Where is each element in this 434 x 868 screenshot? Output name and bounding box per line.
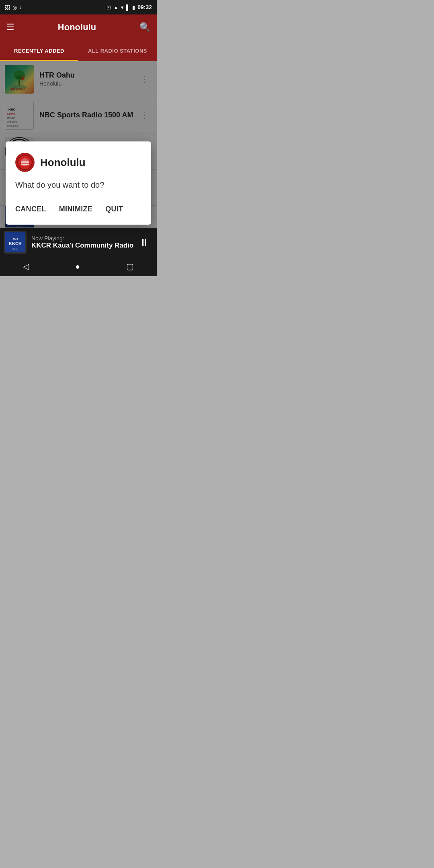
now-playing-bar: 90.9 KKCR KAUAI Now Playing: KKCR Kaua'i… <box>0 228 157 257</box>
status-bar: 🖼 ◎ ♪ ⊡ ▲ ▾ ▌ ▮ 09:32 <box>0 0 157 14</box>
home-button[interactable]: ● <box>75 262 80 271</box>
dialog-message: What do you want to do? <box>15 179 141 190</box>
now-playing-logo: 90.9 KKCR KAUAI <box>4 231 27 254</box>
back-button[interactable]: ◁ <box>23 262 29 271</box>
svg-rect-30 <box>21 162 29 163</box>
status-right-icons: ⊡ ▲ ▾ ▌ ▮ 09:32 <box>106 4 152 10</box>
dialog-title: Honolulu <box>40 156 86 169</box>
pause-button[interactable]: ⏸ <box>136 233 153 252</box>
svg-text:90.9: 90.9 <box>12 238 18 241</box>
status-left-icons: 🖼 ◎ ♪ <box>5 4 22 10</box>
camera-icon: ◎ <box>12 4 17 10</box>
cast-icon: ⊡ <box>106 4 111 10</box>
cellular-icon: ▌ <box>126 4 130 10</box>
music-icon: ♪ <box>19 4 22 10</box>
battery-icon: ▮ <box>132 4 135 10</box>
svg-rect-31 <box>21 164 29 165</box>
search-icon[interactable]: 🔍 <box>139 22 150 33</box>
signal-icon: ▲ <box>113 4 119 10</box>
app-title: Honolulu <box>58 22 96 33</box>
now-playing-name: KKCR Kaua'i Community Radio <box>31 242 136 250</box>
minimize-button[interactable]: MINIMIZE <box>59 202 92 217</box>
app-header: ☰ Honolulu 🔍 <box>0 14 157 40</box>
tab-all-radio-stations[interactable]: ALL RADIO STATIONS <box>78 40 157 61</box>
tab-bar: RECENTLY ADDED ALL RADIO STATIONS <box>0 40 157 61</box>
wifi-icon: ▾ <box>121 4 124 10</box>
now-playing-label: Now Playing: <box>31 235 136 242</box>
dialog-header: Honolulu <box>15 153 141 172</box>
dialog-buttons: CANCEL MINIMIZE QUIT <box>15 202 141 217</box>
menu-icon[interactable]: ☰ <box>6 22 14 33</box>
svg-text:KKCR: KKCR <box>9 241 22 246</box>
notification-icon: 🖼 <box>5 4 10 10</box>
content-area: HTR OAHU HTR Oahu Honolulu ⋮ NBC Sports … <box>0 61 157 228</box>
now-playing-info: Now Playing: KKCR Kaua'i Community Radio <box>31 235 136 250</box>
cancel-button[interactable]: CANCEL <box>15 202 46 217</box>
dialog-app-logo <box>15 153 35 172</box>
svg-text:KAUAI: KAUAI <box>12 248 18 250</box>
bottom-navigation: ◁ ● ▢ <box>0 257 157 276</box>
recents-button[interactable]: ▢ <box>126 262 134 271</box>
status-time: 09:32 <box>137 4 152 10</box>
tab-recently-added[interactable]: RECENTLY ADDED <box>0 40 78 61</box>
quit-button[interactable]: QUIT <box>105 202 123 217</box>
action-dialog: Honolulu What do you want to do? CANCEL … <box>6 141 151 225</box>
svg-rect-29 <box>21 161 29 162</box>
